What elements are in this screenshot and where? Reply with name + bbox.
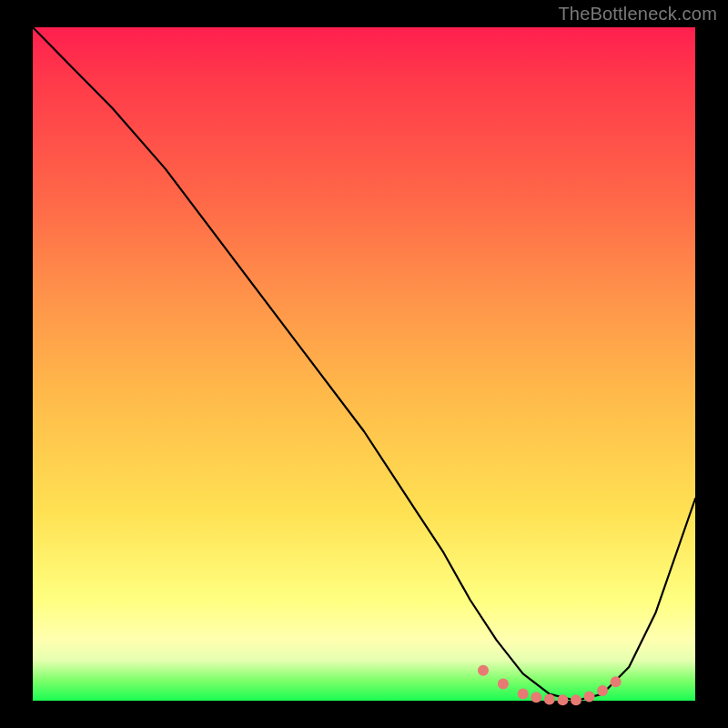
optimal-range-marker — [544, 694, 555, 705]
optimal-range-marker — [518, 689, 529, 700]
optimal-range-markers — [478, 665, 622, 706]
optimal-range-marker — [611, 676, 622, 687]
optimal-range-marker — [478, 665, 489, 676]
optimal-range-marker — [557, 694, 568, 705]
optimal-range-marker — [498, 679, 509, 690]
curve-svg — [33, 27, 695, 701]
watermark-text: TheBottleneck.com — [558, 4, 717, 25]
bottleneck-curve — [33, 27, 695, 701]
plot-area — [33, 27, 695, 701]
chart-frame: TheBottleneck.com — [0, 0, 728, 728]
optimal-range-marker — [597, 685, 608, 696]
optimal-range-marker — [531, 692, 541, 703]
optimal-range-marker — [584, 692, 595, 703]
optimal-range-marker — [571, 694, 581, 705]
